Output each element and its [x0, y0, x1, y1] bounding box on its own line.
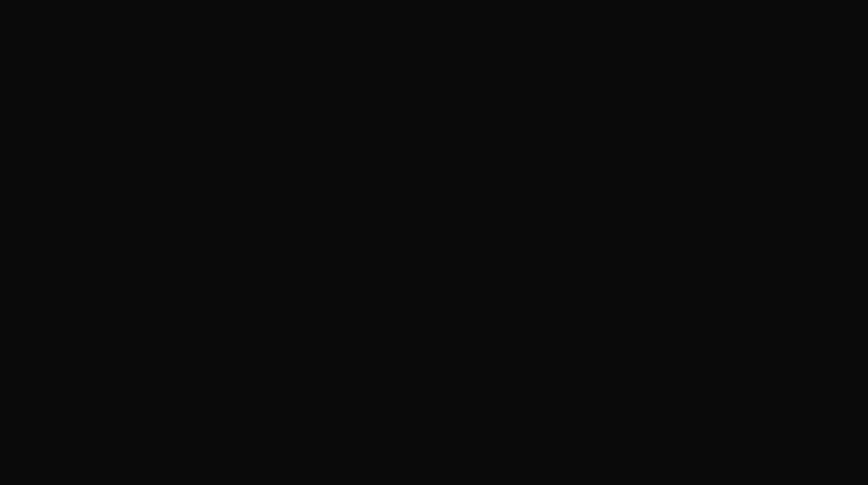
- diagram: [0, 0, 868, 485]
- connection-lines: [0, 0, 868, 485]
